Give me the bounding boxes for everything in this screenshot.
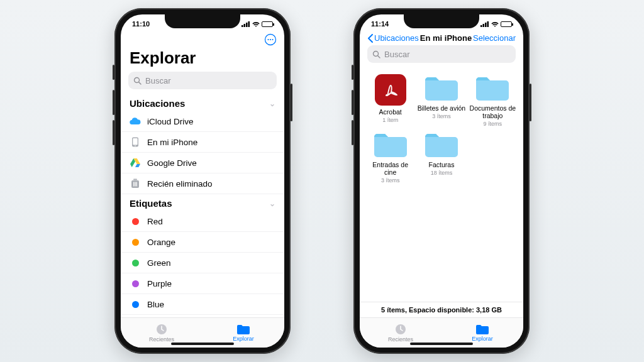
grid-item[interactable]: Billetes de avión3 ítems	[417, 74, 465, 127]
svg-rect-17	[133, 179, 137, 180]
tags-header[interactable]: Etiquetas ⌄	[121, 194, 284, 211]
notch	[165, 14, 240, 28]
svg-point-12	[135, 145, 136, 146]
status-icons	[480, 21, 512, 27]
nav-right-only	[121, 33, 284, 48]
tag-row[interactable]: Green	[121, 253, 284, 273]
search-input[interactable]: Buscar	[128, 72, 277, 89]
phone-left: 11:10 Explorar Buscar Ubicaciones ⌄	[114, 8, 291, 354]
battery-icon	[501, 21, 512, 27]
svg-marker-14	[135, 164, 140, 167]
locations-header[interactable]: Ubicaciones ⌄	[121, 94, 284, 111]
item-name: Acrobat	[366, 108, 414, 116]
grid-item[interactable]: Facturas18 ítems	[417, 131, 465, 184]
folder-icon	[475, 324, 489, 335]
iphone-icon	[130, 136, 141, 148]
tag-row[interactable]: Red	[121, 211, 284, 232]
item-count: 3 ítems	[366, 177, 414, 184]
search-icon	[133, 77, 142, 85]
search-placeholder: Buscar	[145, 76, 170, 85]
item-name: Entradas de cine	[366, 161, 414, 176]
signal-icon	[242, 21, 250, 27]
svg-rect-24	[485, 23, 487, 27]
item-count: 9 ítems	[469, 121, 517, 127]
item-name: Billetes de avión	[417, 104, 465, 112]
nav-bar: Ubicaciones En mi iPhone Seleccionar	[360, 33, 523, 45]
grid-item[interactable]: Documentos de trabajo9 ítems	[469, 74, 517, 127]
svg-rect-23	[483, 24, 485, 27]
select-button[interactable]: Seleccionar	[473, 33, 516, 43]
folder-icon	[424, 131, 459, 158]
tag-row[interactable]: Blue	[121, 294, 284, 315]
clock-icon	[394, 323, 407, 336]
home-indicator[interactable]	[171, 343, 234, 345]
item-count: 18 ítems	[417, 170, 465, 176]
grid-item[interactable]: Entradas de cine3 ítems	[366, 131, 414, 184]
status-time: 11:14	[371, 20, 389, 28]
svg-rect-11	[133, 138, 137, 145]
svg-rect-3	[248, 21, 250, 27]
footer-info: 5 ítems, Espacio disponible: 3,18 GB	[360, 302, 523, 317]
clock-icon	[155, 323, 168, 336]
back-button[interactable]: Ubicaciones	[367, 33, 419, 43]
folder-content: Acrobat1 ítemBilletes de avión3 ítemsDoc…	[360, 68, 523, 302]
more-button[interactable]	[264, 33, 277, 46]
svg-rect-20	[136, 182, 137, 187]
phone-right: 11:14 Ubicaciones En mi iPhone Seleccion…	[353, 8, 530, 354]
tag-dot-icon	[130, 236, 141, 248]
item-name: Documentos de trabajo	[469, 104, 517, 119]
tag-dot-icon	[130, 216, 141, 227]
battery-icon	[262, 21, 273, 27]
more-icon	[264, 33, 277, 46]
wifi-icon	[252, 21, 260, 27]
svg-rect-1	[244, 24, 246, 27]
location-gdrive[interactable]: Google Drive	[121, 153, 284, 173]
home-indicator[interactable]	[410, 343, 473, 345]
page-title: Explorar	[121, 48, 284, 72]
search-input[interactable]: Buscar	[367, 45, 516, 63]
folder-icon	[373, 131, 408, 158]
browse-content: Ubicaciones ⌄ iCloud Drive En mi iPhone …	[121, 94, 284, 317]
location-trash[interactable]: Recién eliminado	[121, 173, 284, 194]
gdrive-icon	[130, 157, 141, 168]
svg-point-5	[267, 39, 269, 40]
search-icon	[372, 50, 380, 58]
folder-icon	[424, 74, 459, 102]
svg-line-9	[139, 82, 142, 84]
svg-rect-22	[480, 25, 482, 27]
svg-line-27	[378, 55, 380, 58]
location-icloud[interactable]: iCloud Drive	[121, 111, 284, 132]
tag-dot-icon	[130, 278, 141, 289]
tag-row[interactable]: Orange	[121, 232, 284, 253]
wifi-icon	[491, 21, 499, 27]
chevron-down-icon: ⌄	[269, 99, 275, 108]
trash-icon	[130, 178, 141, 189]
notch	[404, 14, 479, 28]
chevron-left-icon	[367, 34, 373, 43]
tag-dot-icon	[130, 257, 141, 268]
search-placeholder: Buscar	[384, 50, 409, 59]
tag-row[interactable]: Purple	[121, 273, 284, 294]
folder-icon	[236, 324, 250, 335]
folder-icon	[475, 74, 510, 102]
tag-dot-icon	[130, 299, 141, 310]
item-count: 3 ítems	[417, 113, 465, 119]
location-iphone[interactable]: En mi iPhone	[121, 132, 284, 153]
status-time: 11:10	[132, 20, 150, 28]
icloud-icon	[130, 116, 141, 127]
acrobat-icon	[375, 74, 406, 106]
svg-point-7	[272, 39, 273, 40]
grid-item[interactable]: Acrobat1 ítem	[366, 74, 414, 127]
nav-title: En mi iPhone	[420, 33, 472, 43]
svg-rect-2	[246, 23, 248, 27]
status-icons	[242, 21, 273, 27]
item-name: Facturas	[417, 161, 465, 168]
signal-icon	[480, 21, 489, 27]
svg-rect-18	[133, 182, 134, 187]
svg-rect-25	[487, 21, 489, 27]
svg-rect-0	[242, 25, 243, 27]
chevron-down-icon: ⌄	[269, 199, 275, 208]
svg-rect-19	[135, 182, 135, 187]
svg-point-6	[270, 39, 271, 40]
item-count: 1 ítem	[366, 117, 414, 123]
